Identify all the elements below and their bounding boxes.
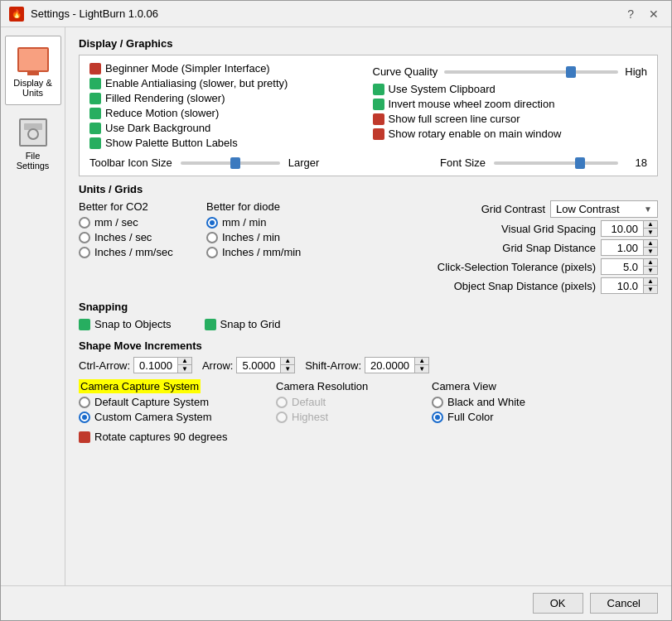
toolbar-icon-size-slider[interactable] bbox=[181, 161, 280, 165]
arrow-value: 5.0000 bbox=[237, 359, 280, 373]
system-clipboard-checkbox[interactable] bbox=[373, 84, 384, 95]
arrow-spinbox[interactable]: 5.0000 ▲ ▼ bbox=[236, 357, 295, 373]
inches-sec-radio[interactable] bbox=[79, 232, 90, 243]
curve-quality-slider[interactable] bbox=[444, 70, 618, 74]
rotary-enable-checkbox[interactable] bbox=[373, 128, 384, 140]
display-units-icon bbox=[17, 43, 50, 76]
shift-arrow-spinbox-btns: ▲ ▼ bbox=[414, 358, 428, 373]
palette-labels-checkbox[interactable] bbox=[89, 137, 101, 149]
full-color-radio[interactable] bbox=[432, 412, 443, 423]
spinbox-down-btn-4[interactable]: ▼ bbox=[644, 286, 657, 293]
sidebar-item-file-settings[interactable]: FileSettings bbox=[5, 108, 61, 178]
visual-grid-spacing-label: Visual Grid Spacing bbox=[501, 223, 596, 235]
full-color-row: Full Color bbox=[432, 411, 658, 423]
help-button[interactable]: ? bbox=[623, 6, 638, 22]
object-snap-distance-spinbox[interactable]: 10.0 ▲ ▼ bbox=[601, 277, 658, 294]
units-grid-layout: Better for CO2 mm / sec Inches / sec Inc… bbox=[79, 200, 658, 294]
reduce-motion-label: Reduce Motion (slower) bbox=[105, 107, 219, 119]
fullscreen-cursor-checkbox[interactable] bbox=[373, 113, 384, 125]
arrow-up[interactable]: ▲ bbox=[281, 358, 294, 365]
dropdown-arrow-icon: ▼ bbox=[644, 205, 652, 214]
arrow-spinbox-btns: ▲ ▼ bbox=[280, 358, 294, 373]
option-fullscreen-cursor: Show full screen line cursor bbox=[373, 113, 648, 125]
filled-rendering-checkbox[interactable] bbox=[89, 93, 101, 104]
click-selection-spinbox[interactable]: 5.0 ▲ ▼ bbox=[601, 258, 658, 275]
black-white-radio[interactable] bbox=[432, 397, 443, 408]
mm-sec-radio[interactable] bbox=[79, 217, 90, 229]
mm-sec-row: mm / sec bbox=[79, 216, 203, 229]
settings-window: 🔥 Settings - LightBurn 1.0.06 ? ✕ Displa… bbox=[0, 0, 672, 621]
camera-view-column: Camera View Black and White Full Color bbox=[432, 380, 658, 426]
display-options-right: Curve Quality High Use System Clipboard bbox=[373, 62, 648, 152]
option-antialiasing: Enable Antialiasing (slower, but pretty) bbox=[89, 77, 365, 89]
visual-grid-spacing-row: Visual Grid Spacing 10.00 ▲ ▼ bbox=[375, 220, 658, 237]
shift-arrow-down[interactable]: ▼ bbox=[415, 365, 428, 373]
option-dark-background: Use Dark Background bbox=[89, 122, 365, 134]
ok-button[interactable]: OK bbox=[533, 593, 583, 614]
invert-wheel-checkbox[interactable] bbox=[373, 99, 384, 110]
dark-background-checkbox[interactable] bbox=[89, 123, 101, 134]
disk-graphic bbox=[19, 118, 47, 147]
mm-min-label: mm / min bbox=[222, 216, 266, 229]
antialiasing-label: Enable Antialiasing (slower, but pretty) bbox=[105, 77, 288, 89]
shift-arrow-spinbox[interactable]: 20.0000 ▲ ▼ bbox=[365, 357, 429, 373]
beginner-mode-checkbox[interactable] bbox=[89, 63, 101, 75]
snap-objects-checkbox[interactable] bbox=[79, 319, 90, 330]
inches-mm-sec-radio[interactable] bbox=[79, 247, 90, 258]
antialiasing-checkbox[interactable] bbox=[89, 78, 101, 89]
shift-arrow-up[interactable]: ▲ bbox=[415, 358, 428, 365]
spinbox-up-btn-4[interactable]: ▲ bbox=[644, 278, 657, 286]
inches-mm-min-row: Inches / mm/min bbox=[206, 246, 372, 258]
grid-contrast-dropdown[interactable]: Low Contrast ▼ bbox=[550, 200, 658, 218]
click-selection-value: 5.0 bbox=[602, 260, 643, 274]
custom-camera-radio[interactable] bbox=[79, 412, 90, 423]
default-res-radio[interactable] bbox=[276, 397, 288, 408]
filled-rendering-label: Filled Rendering (slower) bbox=[105, 92, 225, 104]
close-button[interactable]: ✕ bbox=[645, 6, 663, 22]
visual-grid-spacing-value: 10.00 bbox=[602, 222, 643, 236]
ctrl-arrow-up[interactable]: ▲ bbox=[178, 358, 191, 365]
camera-resolution-title: Camera Resolution bbox=[276, 380, 425, 392]
cancel-button[interactable]: Cancel bbox=[590, 593, 658, 614]
spinbox-up-btn-3[interactable]: ▲ bbox=[644, 259, 657, 267]
ctrl-arrow-spinbox[interactable]: 0.1000 ▲ ▼ bbox=[133, 357, 192, 373]
spinbox-down-btn-3[interactable]: ▼ bbox=[644, 267, 657, 274]
display-options-grid: Beginner Mode (Simpler Interface) Enable… bbox=[89, 62, 647, 152]
visual-grid-spacing-spinbox[interactable]: 10.00 ▲ ▼ bbox=[601, 220, 658, 237]
rotate-captures-checkbox[interactable] bbox=[79, 431, 90, 443]
inches-sec-row: Inches / sec bbox=[79, 231, 203, 243]
spinbox-up-btn[interactable]: ▲ bbox=[644, 221, 657, 229]
inches-mm-min-radio[interactable] bbox=[206, 247, 218, 258]
invert-wheel-label: Invert mouse wheel zoom direction bbox=[389, 98, 555, 110]
inches-min-radio[interactable] bbox=[206, 232, 218, 243]
mm-min-radio[interactable] bbox=[206, 217, 218, 229]
default-capture-label: Default Capture System bbox=[94, 396, 209, 408]
black-white-row: Black and White bbox=[432, 396, 658, 408]
title-bar: 🔥 Settings - LightBurn 1.0.06 ? ✕ bbox=[1, 1, 671, 27]
font-size-slider[interactable] bbox=[494, 161, 618, 165]
full-color-label: Full Color bbox=[447, 411, 494, 423]
bottom-bar: OK Cancel bbox=[1, 585, 671, 620]
snap-grid-checkbox[interactable] bbox=[205, 319, 216, 330]
spinbox-up-btn-2[interactable]: ▲ bbox=[644, 240, 657, 248]
window-title: Settings - LightBurn 1.0.06 bbox=[31, 7, 158, 20]
sidebar-item-display-units[interactable]: Display &Units bbox=[5, 36, 61, 105]
reduce-motion-checkbox[interactable] bbox=[89, 108, 101, 119]
spinbox-buttons-2: ▲ ▼ bbox=[643, 240, 657, 255]
highest-res-radio[interactable] bbox=[276, 412, 288, 423]
option-invert-wheel: Invert mouse wheel zoom direction bbox=[373, 98, 648, 110]
spinbox-down-btn[interactable]: ▼ bbox=[644, 229, 657, 236]
ctrl-arrow-group: Ctrl-Arrow: 0.1000 ▲ ▼ bbox=[79, 357, 192, 373]
grid-snap-distance-spinbox[interactable]: 1.00 ▲ ▼ bbox=[601, 239, 658, 256]
snap-grid-label: Snap to Grid bbox=[220, 318, 281, 330]
ctrl-arrow-down[interactable]: ▼ bbox=[178, 365, 191, 373]
spinbox-down-btn-2[interactable]: ▼ bbox=[644, 248, 657, 255]
default-capture-radio[interactable] bbox=[79, 397, 90, 408]
default-res-label: Default bbox=[292, 396, 326, 408]
co2-header: Better for CO2 bbox=[79, 200, 203, 213]
arrow-down[interactable]: ▼ bbox=[281, 365, 294, 373]
curve-quality-high: High bbox=[625, 65, 647, 78]
title-bar-right: ? ✕ bbox=[623, 6, 663, 22]
units-grids-section: Units / Grids Better for CO2 mm / sec In… bbox=[79, 183, 658, 294]
snapping-section: Snapping Snap to Objects Snap to Grid bbox=[79, 301, 658, 333]
